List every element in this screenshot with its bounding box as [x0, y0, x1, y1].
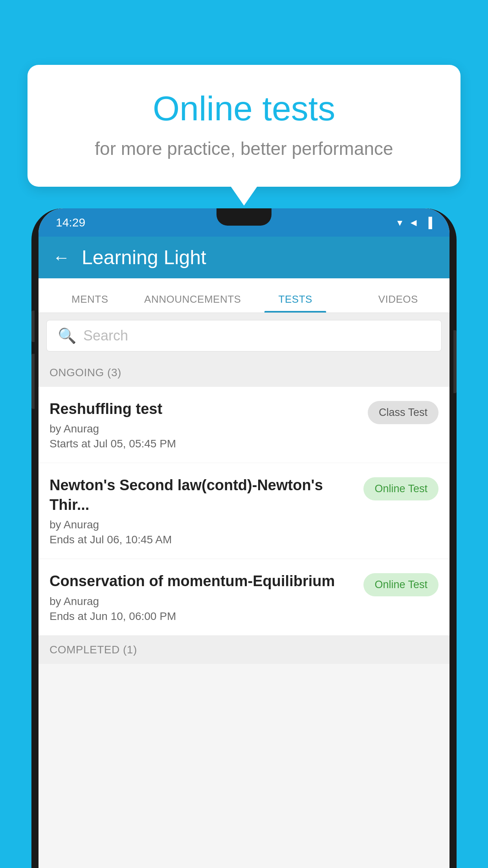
test-author: by Anurag — [50, 519, 356, 531]
status-time: 14:29 — [56, 216, 85, 229]
phone-power-button — [453, 330, 457, 393]
test-item[interactable]: Reshuffling test by Anurag Starts at Jul… — [39, 387, 449, 463]
wifi-icon: ▾ — [397, 217, 402, 229]
test-badge: Online Test — [363, 477, 438, 500]
tab-announcements[interactable]: ANNOUNCEMENTS — [141, 293, 244, 313]
test-item[interactable]: Newton's Second law(contd)-Newton's Thir… — [39, 463, 449, 559]
test-name: Newton's Second law(contd)-Newton's Thir… — [50, 476, 356, 515]
speech-bubble: Online tests for more practice, better p… — [28, 65, 460, 187]
test-name: Conservation of momentum-Equilibrium — [50, 572, 356, 591]
test-list: Reshuffling test by Anurag Starts at Jul… — [39, 387, 449, 636]
test-badge: Online Test — [363, 573, 438, 596]
test-author: by Anurag — [50, 595, 356, 608]
test-date: Ends at Jun 10, 06:00 PM — [50, 610, 356, 623]
phone-vol-down-button — [31, 354, 35, 409]
test-badge: Class Test — [368, 401, 438, 424]
status-icons: ▾ ◄ ▐ — [397, 217, 432, 229]
search-container: 🔍 Search — [39, 313, 449, 359]
battery-icon: ▐ — [425, 217, 432, 229]
tab-tests[interactable]: TESTS — [244, 293, 347, 313]
test-date: Ends at Jul 06, 10:45 AM — [50, 533, 356, 546]
phone-frame: 14:29 ▾ ◄ ▐ ← Learning Light MENTS ANNOU… — [31, 208, 457, 868]
test-info: Conservation of momentum-Equilibrium by … — [50, 572, 363, 622]
status-bar: 14:29 ▾ ◄ ▐ — [39, 208, 449, 237]
search-bar[interactable]: 🔍 Search — [46, 320, 442, 351]
test-info: Reshuffling test by Anurag Starts at Jul… — [50, 399, 368, 450]
bubble-title: Online tests — [51, 88, 437, 129]
phone-screen: 14:29 ▾ ◄ ▐ ← Learning Light MENTS ANNOU… — [39, 208, 449, 868]
ongoing-section-header: ONGOING (3) — [39, 359, 449, 387]
bubble-subtitle: for more practice, better performance — [51, 138, 437, 159]
phone-vol-up-button — [31, 311, 35, 342]
test-date: Starts at Jul 05, 05:45 PM — [50, 438, 360, 450]
notch — [216, 208, 272, 226]
tab-videos[interactable]: VIDEOS — [347, 293, 450, 313]
app-header: ← Learning Light — [39, 237, 449, 278]
search-placeholder: Search — [83, 327, 128, 344]
test-item[interactable]: Conservation of momentum-Equilibrium by … — [39, 559, 449, 635]
back-button[interactable]: ← — [53, 248, 70, 267]
search-icon: 🔍 — [58, 327, 76, 344]
test-author: by Anurag — [50, 423, 360, 435]
app-title: Learning Light — [82, 246, 206, 269]
tab-assignments[interactable]: MENTS — [39, 293, 141, 313]
signal-icon: ◄ — [409, 217, 419, 229]
tab-bar: MENTS ANNOUNCEMENTS TESTS VIDEOS — [39, 278, 449, 313]
test-info: Newton's Second law(contd)-Newton's Thir… — [50, 476, 363, 546]
completed-section-header: COMPLETED (1) — [39, 636, 449, 664]
test-name: Reshuffling test — [50, 399, 360, 419]
